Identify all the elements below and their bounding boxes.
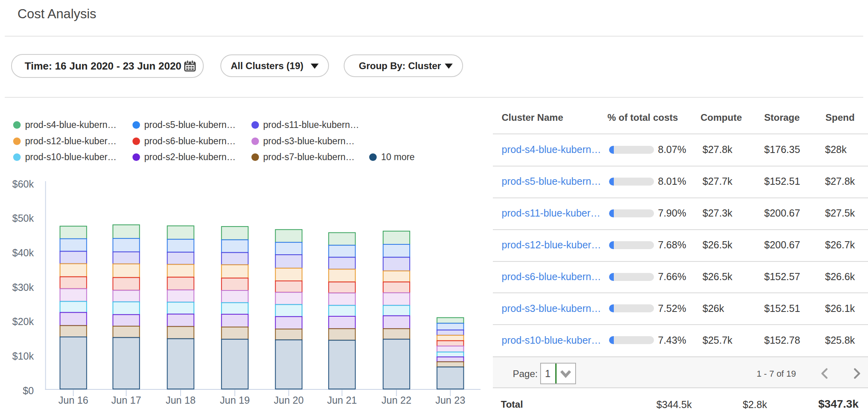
svg-text:$50k: $50k <box>12 213 34 224</box>
svg-text:$40k: $40k <box>12 247 34 258</box>
svg-text:Jun 22: Jun 22 <box>381 395 411 406</box>
svg-text:$10k: $10k <box>12 350 34 362</box>
svg-text:Jun 18: Jun 18 <box>165 395 195 406</box>
svg-text:Jun 20: Jun 20 <box>274 395 304 406</box>
svg-text:$0: $0 <box>23 385 34 396</box>
svg-text:Jun 19: Jun 19 <box>220 395 250 406</box>
svg-text:Jun 21: Jun 21 <box>327 395 357 406</box>
svg-text:$20k: $20k <box>12 316 34 327</box>
svg-text:Jun 17: Jun 17 <box>111 395 141 406</box>
svg-text:$60k: $60k <box>12 178 34 190</box>
svg-text:$30k: $30k <box>12 282 34 293</box>
svg-text:Jun 16: Jun 16 <box>58 395 88 406</box>
svg-text:Jun 23: Jun 23 <box>435 395 465 406</box>
